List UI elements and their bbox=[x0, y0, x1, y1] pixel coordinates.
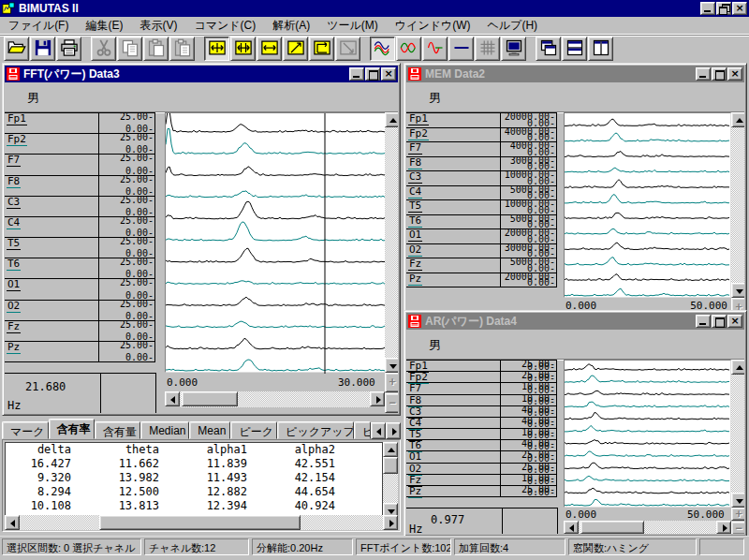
minimize-button[interactable] bbox=[696, 315, 711, 328]
tab-5[interactable]: ピーク bbox=[230, 421, 277, 439]
menu-item-5[interactable]: ツール(M) bbox=[318, 16, 387, 36]
scroll-left-button[interactable] bbox=[165, 391, 180, 406]
menu-item-4[interactable]: 解析(A) bbox=[264, 16, 318, 36]
close-button[interactable]: × bbox=[381, 67, 396, 81]
mem-channel-label-C4[interactable]: C4 bbox=[408, 186, 422, 199]
scroll-down-button[interactable] bbox=[385, 358, 398, 373]
fft-channel-label-Fp1[interactable]: Fp1 bbox=[7, 113, 27, 125]
scroll-right-button[interactable] bbox=[716, 521, 731, 534]
mem-channel-label-F8[interactable]: F8 bbox=[408, 157, 422, 169]
ar-zoom-in-button[interactable]: + bbox=[731, 508, 744, 521]
fft-channel-label-O2[interactable]: O2 bbox=[7, 301, 21, 313]
ar-channel-label-Pz[interactable]: Pz bbox=[408, 486, 422, 498]
fft-zoom-in-button[interactable]: + bbox=[385, 373, 398, 392]
scroll-up-button[interactable] bbox=[383, 442, 398, 457]
document-icon[interactable] bbox=[7, 67, 20, 81]
one-wave-button[interactable] bbox=[422, 37, 448, 61]
overlay-waves-button[interactable] bbox=[370, 37, 395, 61]
mem-zoom-in-button[interactable]: + bbox=[731, 298, 744, 311]
table-row[interactable]: 10.10813.81312.39440.924 bbox=[6, 499, 382, 513]
mem-channel-label-T6[interactable]: T6 bbox=[408, 215, 422, 228]
menu-item-0[interactable]: ファイル(F) bbox=[0, 16, 77, 36]
fft-channel-label-C3[interactable]: C3 bbox=[7, 197, 21, 209]
mem-channel-label-C3[interactable]: C3 bbox=[408, 171, 422, 184]
tab-2[interactable]: 含有量 bbox=[95, 421, 140, 439]
scroll-up-button[interactable] bbox=[385, 112, 398, 127]
fft-channel-label-T6[interactable]: T6 bbox=[7, 258, 21, 271]
mem-channel-label-Pz[interactable]: Pz bbox=[408, 273, 422, 286]
tab-scroll-right-button[interactable] bbox=[386, 422, 401, 439]
restore-button[interactable] bbox=[716, 2, 731, 15]
fft-channel-label-F7[interactable]: F7 bbox=[7, 155, 21, 167]
fft-zoom-out-button[interactable]: − bbox=[385, 393, 398, 413]
minimize-button[interactable] bbox=[700, 2, 715, 15]
fft-channel-label-O1[interactable]: O1 bbox=[7, 279, 21, 291]
scroll-track[interactable] bbox=[731, 375, 744, 493]
scroll-left-button[interactable] bbox=[564, 521, 579, 534]
fft-channel-label-C4[interactable]: C4 bbox=[7, 217, 21, 229]
menu-item-1[interactable]: 編集(E) bbox=[77, 16, 131, 36]
cascade-windows-button[interactable] bbox=[536, 37, 561, 61]
fit-width-button[interactable] bbox=[204, 37, 229, 61]
scroll-up-button[interactable] bbox=[731, 112, 744, 127]
fit-diagonal-button[interactable] bbox=[283, 37, 308, 61]
mem-plot[interactable] bbox=[564, 112, 731, 298]
close-button[interactable]: × bbox=[727, 315, 742, 328]
scroll-right-button[interactable] bbox=[370, 391, 385, 406]
tab-scroll-left-button[interactable] bbox=[371, 422, 386, 439]
scroll-down-button[interactable] bbox=[731, 283, 744, 298]
table-row[interactable]: 8.29412.50012.88244.654 bbox=[6, 485, 382, 499]
main-titlebar[interactable]: BIMUTAS II × bbox=[0, 0, 749, 17]
scroll-track[interactable] bbox=[731, 127, 744, 283]
mem-channel-label-T5[interactable]: T5 bbox=[408, 200, 422, 213]
scroll-left-button[interactable] bbox=[5, 515, 20, 530]
tile-vertical-button[interactable] bbox=[588, 37, 613, 61]
scroll-track[interactable] bbox=[383, 457, 398, 503]
ar-zoom-out-button[interactable]: − bbox=[731, 522, 744, 534]
fft-channel-label-Fp2[interactable]: Fp2 bbox=[7, 134, 27, 146]
tab-3[interactable]: Median bbox=[140, 421, 189, 439]
save-file-button[interactable] bbox=[30, 37, 55, 61]
two-waves-button[interactable] bbox=[396, 37, 421, 61]
mem-channel-label-Fp1[interactable]: Fp1 bbox=[408, 113, 429, 125]
tab-6[interactable]: ピックアップ bbox=[277, 421, 354, 439]
fit-horizontal-button[interactable] bbox=[257, 37, 282, 61]
maximize-button[interactable] bbox=[712, 315, 727, 328]
mem-channel-label-Fp2[interactable]: Fp2 bbox=[408, 128, 429, 140]
tab-4[interactable]: Mean bbox=[189, 421, 230, 439]
ar-plot[interactable] bbox=[564, 360, 731, 508]
mem-channel-label-O2[interactable]: O2 bbox=[408, 244, 422, 257]
tile-horizontal-button[interactable] bbox=[562, 37, 587, 61]
tab-0[interactable]: マーク bbox=[2, 421, 49, 439]
document-icon[interactable] bbox=[408, 315, 421, 328]
close-button[interactable]: × bbox=[727, 67, 742, 81]
ar-titlebar[interactable]: AR(パワー) Data4 × bbox=[406, 313, 744, 330]
scroll-thumb[interactable] bbox=[182, 391, 238, 406]
app-icon[interactable] bbox=[2, 2, 15, 15]
fft-channel-label-T5[interactable]: T5 bbox=[7, 238, 21, 250]
scroll-up-button[interactable] bbox=[731, 360, 744, 375]
table-row[interactable]: 9.32013.98211.49342.154 bbox=[6, 471, 382, 485]
mem-channel-label-O1[interactable]: O1 bbox=[408, 229, 422, 242]
mem-channel-label-F7[interactable]: F7 bbox=[408, 142, 422, 155]
scroll-thumb[interactable] bbox=[383, 457, 398, 474]
table-row[interactable]: 16.42711.66211.83942.551 bbox=[6, 457, 382, 471]
scroll-track[interactable] bbox=[180, 391, 370, 407]
scroll-down-button[interactable] bbox=[731, 493, 744, 508]
mem-titlebar[interactable]: MEM Data2 × bbox=[406, 66, 744, 82]
minimize-button[interactable] bbox=[349, 67, 364, 81]
print-button[interactable] bbox=[56, 37, 81, 61]
menu-item-3[interactable]: コマンド(C) bbox=[185, 16, 264, 36]
scroll-track[interactable] bbox=[20, 515, 383, 530]
document-icon[interactable] bbox=[408, 67, 421, 81]
minimize-button[interactable] bbox=[696, 67, 711, 81]
tab-7[interactable]: ピ bbox=[354, 421, 371, 439]
mem-channel-label-Fz[interactable]: Fz bbox=[408, 258, 422, 271]
fft-channel-label-F8[interactable]: F8 bbox=[7, 176, 21, 188]
tab-1[interactable]: 含有率 bbox=[49, 419, 95, 439]
fft-channel-label-Pz[interactable]: Pz bbox=[7, 342, 21, 354]
fit-corner-button[interactable] bbox=[309, 37, 334, 61]
maximize-button[interactable] bbox=[365, 67, 380, 81]
fit-width-all-button[interactable] bbox=[230, 37, 256, 61]
scroll-thumb[interactable] bbox=[99, 515, 301, 530]
